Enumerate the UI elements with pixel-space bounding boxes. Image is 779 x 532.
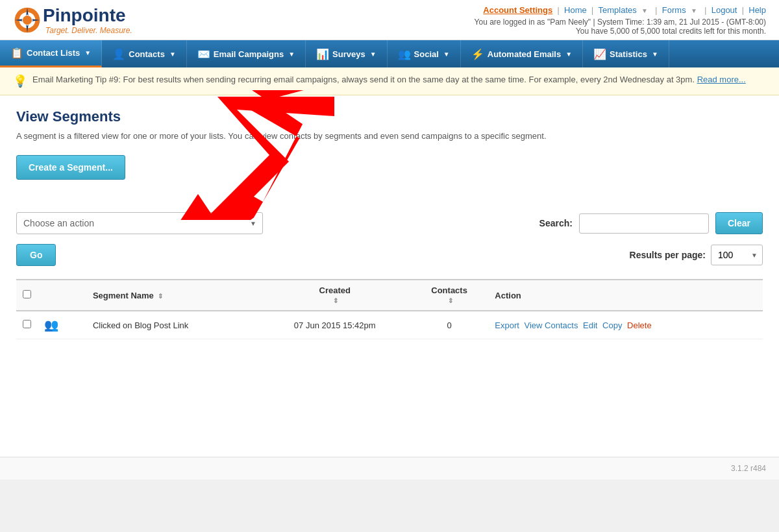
view-contacts-link[interactable]: View Contacts	[525, 320, 578, 330]
main-content: View Segments A segment is a filtered vi…	[0, 95, 779, 352]
svg-point-2	[23, 16, 32, 25]
table-header-action: Action	[488, 280, 763, 311]
edit-link[interactable]: Edit	[583, 320, 597, 330]
action-links: Export View Contacts Edit Copy Delete	[495, 320, 654, 330]
logo-tagline: Target. Deliver. Measure.	[45, 26, 132, 35]
nav-automated-emails[interactable]: ⚡ Automated Emails ▼	[461, 40, 583, 67]
content-area: 💡 Email Marketing Tip #9: For best resul…	[0, 67, 779, 457]
navbar: 📋 Contact Lists ▼ 👤 Contacts ▼ ✉️ Email …	[0, 40, 779, 67]
search-label: Search:	[539, 218, 573, 228]
search-input[interactable]	[579, 213, 709, 234]
system-info-line1: You are logged in as "Pam Neely" | Syste…	[475, 18, 766, 27]
created-sort-icon[interactable]: ⇕	[333, 297, 338, 304]
automated-emails-arrow-icon: ▼	[565, 51, 572, 58]
select-all-checkbox[interactable]	[23, 290, 31, 298]
delete-link[interactable]: Delete	[627, 320, 652, 330]
row-created: 07 Jun 2015 15:42pm	[260, 311, 410, 339]
nav-email-campaigns-label: Email Campaigns	[214, 49, 284, 59]
contacts-sort-icon[interactable]: ⇕	[448, 297, 453, 304]
home-link[interactable]: Home	[564, 5, 587, 15]
table-row: 👥 Clicked on Blog Post Link 07 Jun 2015 …	[16, 311, 763, 339]
nav-contact-lists[interactable]: 📋 Contact Lists ▼	[0, 40, 102, 67]
nav-contact-lists-label: Contact Lists	[27, 48, 80, 58]
nav-automated-emails-label: Automated Emails	[488, 49, 561, 59]
nav-surveys-label: Surveys	[332, 49, 365, 59]
table-header-segment-name: Segment Name ⇕	[86, 280, 260, 311]
page-description: A segment is a filtered view for one or …	[16, 130, 763, 142]
row-actions: Export View Contacts Edit Copy Delete	[488, 311, 763, 339]
contact-lists-arrow-icon: ▼	[84, 49, 91, 56]
templates-link[interactable]: Templates	[599, 5, 637, 15]
action-select-wrapper: Choose an action Delete Selected	[16, 212, 263, 234]
forms-arrow-icon: ▼	[691, 7, 697, 14]
statistics-arrow-icon: ▼	[652, 51, 658, 58]
surveys-arrow-icon: ▼	[370, 51, 377, 58]
logo-area: Pinpointe Target. Deliver. Measure.	[13, 5, 132, 35]
results-select-wrapper: 10 25 50 100 200	[711, 245, 763, 265]
controls-row: Choose an action Delete Selected Search:…	[16, 212, 763, 234]
templates-arrow-icon: ▼	[641, 7, 648, 14]
statistics-icon: 📈	[593, 48, 606, 60]
segments-table: Segment Name ⇕ Created ⇕ Contacts ⇕ Acti…	[16, 279, 763, 339]
segment-name-sort-icon[interactable]: ⇕	[158, 293, 163, 300]
nav-surveys[interactable]: 📊 Surveys ▼	[306, 40, 388, 67]
row-segment-name: Clicked on Blog Post Link	[86, 311, 260, 339]
version-text: 3.1.2 r484	[731, 464, 766, 473]
email-campaigns-arrow-icon: ▼	[288, 51, 295, 58]
results-per-page-select[interactable]: 10 25 50 100 200	[711, 245, 763, 265]
surveys-icon: 📊	[316, 48, 329, 60]
table-header-icon	[38, 280, 86, 311]
copy-link[interactable]: Copy	[602, 320, 622, 330]
action-select[interactable]: Choose an action Delete Selected	[16, 212, 263, 234]
segment-icon: 👥	[44, 319, 58, 332]
email-campaigns-icon: ✉️	[197, 48, 210, 60]
contacts-icon: 👤	[112, 48, 125, 60]
nav-social-label: Social	[414, 49, 439, 59]
nav-contacts-label: Contacts	[129, 49, 165, 59]
top-right-area: Account Settings | Home | Templates ▼ | …	[475, 5, 766, 36]
account-settings-link[interactable]: Account Settings	[483, 5, 552, 15]
left-controls: Choose an action Delete Selected	[16, 212, 263, 234]
help-link[interactable]: Help	[748, 5, 766, 15]
forms-link[interactable]: Forms	[662, 5, 686, 15]
clear-button[interactable]: Clear	[715, 212, 763, 234]
automated-emails-icon: ⚡	[471, 48, 484, 60]
logo-text: Pinpointe	[43, 5, 132, 26]
system-info-line2: You have 5,000 of 5,000 total credits le…	[475, 27, 766, 36]
results-label: Results per page:	[630, 250, 706, 260]
tip-content: Email Marketing Tip #9: For best results…	[32, 75, 695, 84]
table-header-checkbox	[16, 280, 38, 311]
nav-email-campaigns[interactable]: ✉️ Email Campaigns ▼	[187, 40, 306, 67]
row-checkbox-cell	[16, 311, 38, 339]
row-contacts: 0	[410, 311, 488, 339]
row-checkbox[interactable]	[23, 320, 31, 328]
export-link[interactable]: Export	[495, 320, 519, 330]
header: Pinpointe Target. Deliver. Measure. Acco…	[0, 0, 779, 40]
tip-icon: 💡	[13, 74, 27, 88]
row-icon-cell: 👥	[38, 311, 86, 339]
table-header-contacts: Contacts ⇕	[410, 280, 488, 311]
create-segment-button[interactable]: Create a Segment...	[16, 155, 125, 180]
tip-bar: 💡 Email Marketing Tip #9: For best resul…	[0, 67, 779, 95]
table-header-created: Created ⇕	[260, 280, 410, 311]
tip-text: Email Marketing Tip #9: For best results…	[32, 74, 746, 86]
logout-link[interactable]: Logout	[711, 5, 737, 15]
nav-contacts[interactable]: 👤 Contacts ▼	[102, 40, 187, 67]
go-button[interactable]: Go	[16, 244, 56, 266]
page-title: View Segments	[16, 108, 763, 125]
nav-social[interactable]: 👥 Social ▼	[388, 40, 461, 67]
footer: 3.1.2 r484	[0, 457, 779, 479]
contact-lists-icon: 📋	[10, 47, 23, 59]
go-row: Go Results per page: 10 25 50 100 200	[16, 244, 763, 266]
right-controls: Search: Clear	[539, 212, 763, 234]
logo-icon	[13, 6, 42, 34]
contacts-arrow-icon: ▼	[169, 51, 176, 58]
top-nav: Account Settings | Home | Templates ▼ | …	[475, 5, 766, 15]
social-arrow-icon: ▼	[443, 51, 450, 58]
tip-read-more-link[interactable]: Read more...	[697, 75, 746, 84]
results-per-page: Results per page: 10 25 50 100 200	[630, 245, 763, 265]
nav-statistics[interactable]: 📈 Statistics ▼	[583, 40, 669, 67]
social-icon: 👥	[398, 48, 411, 60]
nav-statistics-label: Statistics	[610, 49, 647, 59]
